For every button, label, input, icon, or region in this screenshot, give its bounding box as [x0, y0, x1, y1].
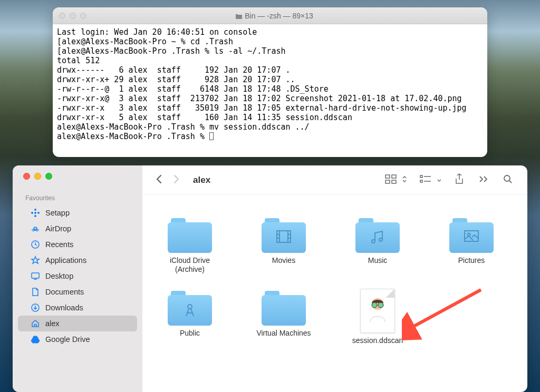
window-controls: [13, 173, 142, 180]
sidebar-item-setapp[interactable]: Setapp: [18, 205, 137, 221]
terminal-title: Bin — -zsh — 89×13: [86, 12, 462, 20]
sidebar-item-google-drive[interactable]: Google Drive: [18, 331, 137, 347]
terminal-line: -rwxr-xr-x@ 3 alex staff 213702 Jan 18 1…: [57, 94, 462, 103]
svg-point-19: [378, 302, 383, 308]
item-label: Pictures: [458, 256, 485, 265]
folder-icon: [168, 216, 212, 253]
setapp-icon: [31, 208, 40, 218]
sidebar-item-airdrop[interactable]: AirDrop: [18, 221, 137, 237]
applications-icon: [31, 256, 40, 265]
minimize-button[interactable]: [70, 13, 76, 19]
folder-public[interactable]: Public: [155, 289, 225, 345]
svg-point-16: [188, 305, 192, 309]
sidebar-item-label: Downloads: [45, 303, 83, 312]
sidebar-section-label: Favourites: [13, 192, 142, 205]
sidebar-item-label: Recents: [45, 240, 73, 249]
folder-icon: [235, 13, 243, 19]
terminal-window: Bin — -zsh — 89×13 Last login: Wed Jan 2…: [53, 7, 487, 157]
sidebar-item-recents[interactable]: Recents: [18, 237, 137, 252]
terminal-titlebar[interactable]: Bin — -zsh — 89×13: [53, 7, 487, 24]
share-button[interactable]: [452, 171, 466, 189]
sidebar-items: Setapp AirDrop Recents Applications Desk…: [13, 205, 142, 347]
pictures-glyph-icon: [449, 230, 494, 244]
google-drive-icon: [31, 335, 40, 344]
folder-music[interactable]: Music: [343, 216, 412, 274]
sidebar-item-desktop[interactable]: Desktop: [18, 268, 137, 284]
terminal-output[interactable]: Last login: Wed Jan 20 16:40:51 on conso…: [53, 24, 487, 144]
folder-icloud-drive-archive[interactable]: iCloud Drive (Archive): [155, 216, 225, 274]
finder-location: alex: [193, 175, 210, 185]
svg-rect-4: [385, 175, 390, 178]
terminal-line: -rw-r--r--@ 1 alex staff 6148 Jan 18 17:…: [57, 84, 329, 94]
svg-rect-11: [277, 231, 291, 242]
folder-icon: [262, 216, 306, 253]
finder-main: alex iCloud Drive (Archive): [142, 165, 527, 392]
grid-icon: [385, 174, 397, 184]
music-glyph-icon: [355, 230, 400, 247]
svg-point-18: [372, 302, 377, 308]
chevron-down-icon: [437, 175, 442, 185]
folder-pictures[interactable]: Pictures: [437, 216, 506, 274]
documents-icon: [31, 287, 40, 297]
more-button[interactable]: [477, 173, 490, 187]
home-icon: [31, 319, 40, 328]
finder-sidebar: Favourites Setapp AirDrop Recents Applic…: [13, 165, 142, 392]
public-glyph-icon: [168, 302, 212, 319]
folder-virtual-machines[interactable]: Virtual Machines: [249, 289, 319, 345]
close-button[interactable]: [23, 173, 30, 180]
item-label: Music: [368, 256, 388, 265]
sidebar-item-label: Setapp: [45, 209, 70, 217]
terminal-line: alex@Alexs-MacBook-Pro .Trash % mv sessi…: [57, 122, 310, 132]
svg-point-13: [379, 238, 382, 241]
movies-glyph-icon: [262, 230, 306, 246]
svg-rect-6: [385, 180, 390, 183]
terminal-line: -rwxr-xr-x 3 alex staff 35019 Jan 18 17:…: [57, 103, 467, 113]
terminal-line: drwx------ 6 alex staff 192 Jan 20 17:07…: [57, 65, 291, 75]
back-button[interactable]: [155, 173, 162, 188]
minimize-button[interactable]: [34, 173, 41, 180]
finder-window: Favourites Setapp AirDrop Recents Applic…: [13, 165, 527, 392]
window-controls: [59, 13, 86, 19]
maximize-button[interactable]: [80, 13, 86, 19]
list-icon: [420, 175, 431, 183]
sidebar-item-downloads[interactable]: Downloads: [18, 300, 137, 316]
group-by-button[interactable]: [418, 173, 433, 187]
sidebar-item-applications[interactable]: Applications: [18, 252, 137, 268]
downloads-icon: [31, 303, 40, 312]
terminal-line: drwxr-xr-x+ 29 alex staff 928 Jan 20 17:…: [57, 75, 295, 84]
svg-rect-7: [392, 180, 396, 183]
icon-grid: iCloud Drive (Archive) Movies Music: [155, 216, 515, 345]
sidebar-item-label: alex: [45, 319, 60, 328]
sidebar-item-home[interactable]: alex: [18, 316, 137, 331]
svg-rect-8: [420, 175, 422, 178]
desktop-icon: [31, 271, 40, 281]
terminal-line: total 512: [57, 56, 100, 65]
svg-point-10: [504, 175, 510, 181]
folder-icon: [449, 216, 494, 253]
item-label: Public: [180, 329, 200, 338]
terminal-line: drwxr-xr-x 5 alex staff 160 Jan 14 11:35…: [57, 113, 352, 122]
app-face-icon: [361, 296, 394, 326]
maximize-button[interactable]: [45, 173, 52, 180]
folder-movies[interactable]: Movies: [249, 216, 319, 274]
share-icon: [455, 173, 464, 185]
item-label: Movies: [272, 256, 295, 265]
view-grid-button[interactable]: [383, 172, 399, 188]
terminal-line: [alex@Alexs-MacBook-Pro ~ % cd .Trash: [57, 37, 233, 46]
file-icon: [360, 289, 395, 333]
terminal-cursor: [209, 132, 214, 140]
terminal-line: [alex@Alexs-MacBook-Pro .Trash % ls -al …: [57, 46, 285, 56]
close-button[interactable]: [59, 13, 65, 19]
sidebar-item-label: Google Drive: [45, 335, 90, 344]
sidebar-item-label: AirDrop: [45, 224, 71, 233]
recents-icon: [31, 240, 40, 249]
search-button[interactable]: [501, 172, 515, 188]
finder-toolbar: alex: [142, 165, 527, 195]
folder-icon: [262, 289, 306, 326]
folder-icon: [168, 289, 212, 326]
folder-icon: [355, 216, 400, 253]
forward-button[interactable]: [173, 173, 180, 188]
finder-content[interactable]: iCloud Drive (Archive) Movies Music: [142, 195, 527, 392]
sidebar-item-documents[interactable]: Documents: [18, 284, 137, 300]
file-session-ddscan[interactable]: session.ddscan: [343, 289, 412, 345]
